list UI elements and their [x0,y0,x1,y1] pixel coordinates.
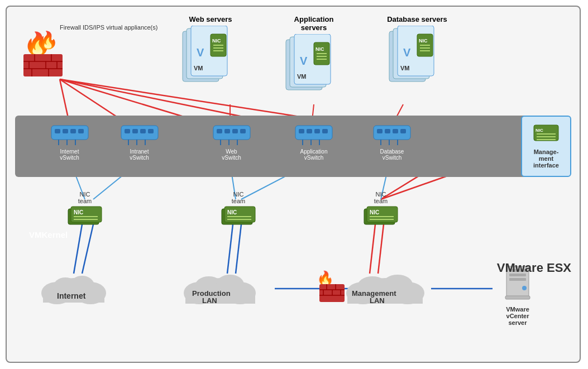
svg-text:NIC: NIC [419,38,428,44]
intranet-vswitch: IntranetvSwitch [116,121,163,161]
svg-text:NIC: NIC [315,46,324,52]
management-interface-label: Manage-mentinterface [533,148,559,169]
db-servers-label: Database servers [386,15,448,23]
svg-text:🔥: 🔥 [37,30,59,50]
nic-team-2: NICteam NIC [213,191,264,232]
svg-rect-92 [307,129,312,133]
svg-text:VM: VM [400,65,410,71]
svg-rect-161 [509,278,526,281]
svg-rect-76 [132,129,138,133]
svg-rect-86 [240,129,246,133]
svg-text:VM: VM [297,73,307,80]
svg-text:V: V [197,46,204,59]
svg-rect-101 [393,129,398,133]
management-lan-cloud: Management LAN [342,262,428,306]
internet-vswitch: InternetvSwitch [46,121,93,161]
svg-rect-77 [140,129,146,133]
svg-rect-91 [299,129,304,133]
svg-rect-69 [70,129,76,133]
nic-team-3: NICteam NIC [356,191,406,232]
svg-text:NIC: NIC [74,209,83,215]
nic-team-2-label: NICteam [213,191,264,204]
svg-rect-75 [125,129,130,133]
svg-rect-94 [322,129,328,133]
internet-cloud: Internet [37,262,110,306]
db-servers-group: Database servers V NIC VM [386,15,448,100]
firewall-appliance: 🔥 🔥 [21,23,65,82]
database-vswitch: DatabasevSwitch [367,121,417,161]
web-vswitch-label: WebvSwitch [208,148,255,161]
application-vswitch: ApplicationvSwitch [289,121,339,161]
web-servers-group: Web servers V NIC VM [180,15,241,100]
svg-text:NIC: NIC [536,128,543,133]
main-diagram: 🔥 🔥 Firewall IDS/IPS virtual appliance(s… [6,6,581,363]
svg-rect-99 [377,129,383,133]
app-servers-label: Application servers [280,15,347,32]
nic-team-3-label: NICteam [356,191,406,204]
svg-rect-78 [148,129,154,133]
svg-rect-163 [505,296,530,299]
web-vswitch: WebvSwitch [208,121,255,161]
svg-text:NIC: NIC [212,38,221,44]
nic-team-1: NICteam NIC [60,191,110,232]
svg-rect-100 [385,129,390,133]
vmkernel-band: VMKernel [15,116,557,177]
svg-text:VM: VM [194,65,203,71]
svg-text:NIC: NIC [370,209,379,215]
production-lan-cloud: Production LAN [180,262,261,306]
database-vswitch-label: DatabasevSwitch [367,148,417,161]
svg-text:LAN: LAN [370,296,385,304]
svg-rect-83 [217,129,222,133]
vmware-esx-label: VMware ESX [497,261,571,275]
svg-text:V: V [300,55,308,67]
svg-text:LAN: LAN [202,296,217,304]
svg-text:V: V [403,46,411,59]
app-servers-group: Application servers V NIC VM [280,15,347,109]
svg-rect-85 [232,129,238,133]
firewall-label: Firewall IDS/IPS virtual appliance(s) [60,23,157,31]
web-servers-label: Web servers [180,15,241,23]
svg-rect-84 [224,129,230,133]
svg-point-162 [522,286,527,290]
intranet-vswitch-label: IntranetvSwitch [116,148,163,161]
management-interface-box: NIC Manage-mentinterface [521,116,571,177]
svg-rect-68 [63,129,68,133]
svg-rect-93 [314,129,320,133]
svg-text:NIC: NIC [227,209,237,215]
svg-rect-67 [55,129,60,133]
internet-vswitch-label: InternetvSwitch [46,148,93,161]
nic-team-1-label: NICteam [60,191,110,204]
svg-text:Internet: Internet [57,291,86,300]
svg-rect-70 [78,129,84,133]
svg-rect-102 [400,129,406,133]
application-vswitch-label: ApplicationvSwitch [289,148,339,161]
vcenter-label: VMwarevCenterserver [493,306,543,326]
